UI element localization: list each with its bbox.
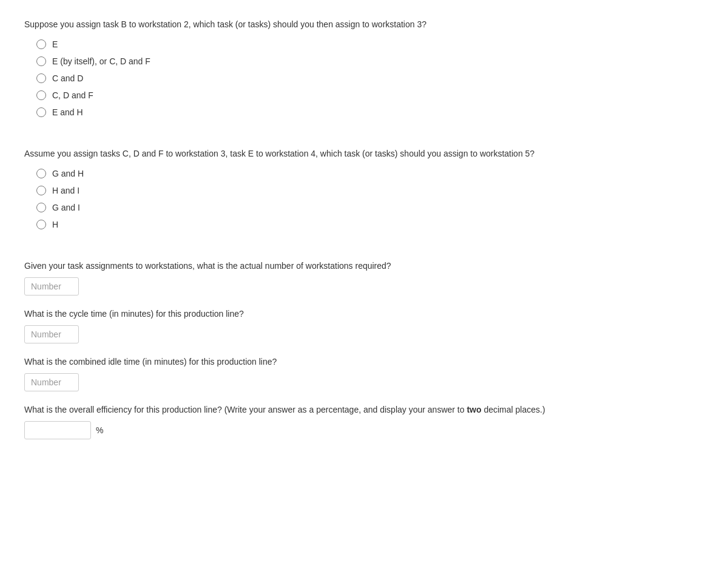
question-4-section: What is the cycle time (in minutes) for … — [24, 308, 704, 343]
q1-label-d: C, D and F — [52, 90, 93, 100]
q1-radio-c[interactable] — [36, 73, 46, 83]
q2-radio-d[interactable] — [36, 220, 46, 229]
q1-radio-e[interactable] — [36, 107, 46, 117]
question-4-text: What is the cycle time (in minutes) for … — [24, 308, 704, 320]
q1-radio-a[interactable] — [36, 39, 46, 49]
q2-label-c: G and I — [52, 203, 80, 212]
q1-label-e: E and H — [52, 107, 83, 117]
q2-radio-a[interactable] — [36, 169, 46, 178]
question-2-text: Assume you assign tasks C, D and F to wo… — [24, 147, 704, 160]
q2-option-b[interactable]: H and I — [36, 186, 704, 195]
question-1-text: Suppose you assign task B to workstation… — [24, 18, 704, 31]
question-4-input[interactable] — [24, 325, 79, 343]
q1-label-c: C and D — [52, 73, 83, 83]
q2-option-a[interactable]: G and H — [36, 169, 704, 178]
question-6-text-bold: two — [467, 405, 481, 414]
q1-option-b[interactable]: E (by itself), or C, D and F — [36, 56, 704, 66]
q2-label-b: H and I — [52, 186, 79, 195]
q1-option-e[interactable]: E and H — [36, 107, 704, 117]
q1-label-a: E — [52, 39, 58, 49]
question-5-text: What is the combined idle time (in minut… — [24, 356, 704, 368]
question-3-input[interactable] — [24, 277, 79, 296]
question-6-input-group: % — [24, 421, 704, 439]
question-2-radio-group: G and H H and I G and I H — [36, 169, 704, 229]
question-1-section: Suppose you assign task B to workstation… — [24, 18, 704, 117]
question-5-input[interactable] — [24, 373, 79, 391]
q1-radio-d[interactable] — [36, 90, 46, 100]
question-6-section: What is the overall efficiency for this … — [24, 404, 704, 439]
q2-label-d: H — [52, 220, 58, 229]
question-6-text: What is the overall efficiency for this … — [24, 404, 704, 416]
question-1-radio-group: E E (by itself), or C, D and F C and D C… — [36, 39, 704, 117]
q2-radio-b[interactable] — [36, 186, 46, 195]
question-5-section: What is the combined idle time (in minut… — [24, 356, 704, 391]
q1-radio-b[interactable] — [36, 56, 46, 66]
question-3-section: Given your task assignments to workstati… — [24, 260, 704, 296]
question-6-text-before: What is the overall efficiency for this … — [24, 405, 467, 414]
q2-option-d[interactable]: H — [36, 220, 704, 229]
q1-option-a[interactable]: E — [36, 39, 704, 49]
percentage-symbol: % — [96, 425, 103, 435]
q1-option-c[interactable]: C and D — [36, 73, 704, 83]
q2-option-c[interactable]: G and I — [36, 203, 704, 212]
q2-label-a: G and H — [52, 169, 84, 178]
q2-radio-c[interactable] — [36, 203, 46, 212]
question-6-input[interactable] — [24, 421, 91, 439]
question-3-text: Given your task assignments to workstati… — [24, 260, 704, 272]
question-2-section: Assume you assign tasks C, D and F to wo… — [24, 147, 704, 229]
q1-label-b: E (by itself), or C, D and F — [52, 56, 150, 66]
q1-option-d[interactable]: C, D and F — [36, 90, 704, 100]
question-6-text-after: decimal places.) — [482, 405, 545, 414]
